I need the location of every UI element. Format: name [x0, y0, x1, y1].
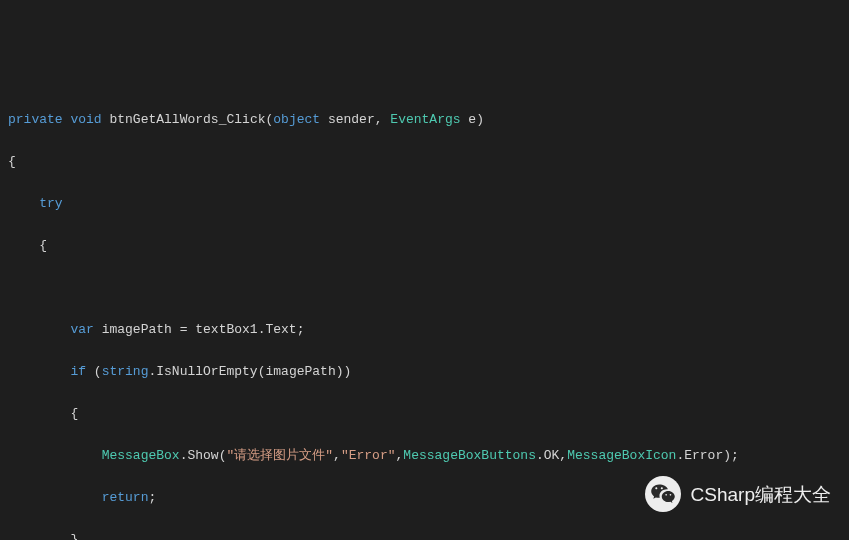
- watermark-text: CSharp编程大全: [691, 484, 831, 505]
- code-editor[interactable]: private void btnGetAllWords_Click(object…: [0, 84, 849, 540]
- code-line: {: [8, 235, 841, 256]
- watermark: CSharp编程大全: [645, 476, 831, 512]
- code-line: {: [8, 151, 841, 172]
- code-line: {: [8, 403, 841, 424]
- code-line: private void btnGetAllWords_Click(object…: [8, 109, 841, 130]
- code-line: var imagePath = textBox1.Text;: [8, 319, 841, 340]
- code-line: if (string.IsNullOrEmpty(imagePath)): [8, 361, 841, 382]
- code-line: [8, 277, 841, 298]
- code-line: try: [8, 193, 841, 214]
- code-line: MessageBox.Show("请选择图片文件","Error",Messag…: [8, 445, 841, 466]
- wechat-icon: [645, 476, 681, 512]
- code-line: }: [8, 529, 841, 540]
